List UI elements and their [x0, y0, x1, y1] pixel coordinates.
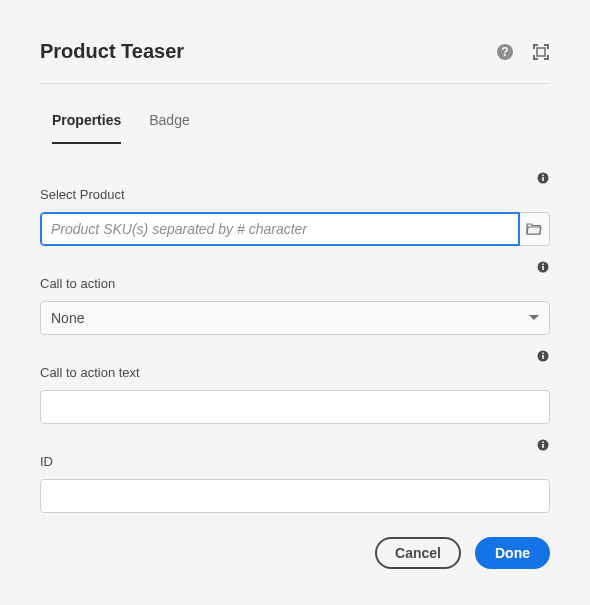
dialog-title: Product Teaser: [40, 40, 184, 63]
header-actions: ?: [496, 43, 550, 61]
help-icon: ?: [496, 43, 514, 61]
select-product-input[interactable]: [40, 212, 520, 246]
info-icon[interactable]: [536, 438, 550, 452]
dialog-header: Product Teaser ?: [40, 40, 550, 84]
folder-open-icon: [526, 222, 542, 236]
dialog-footer: Cancel Done: [40, 517, 550, 575]
tab-bar: Properties Badge: [40, 102, 550, 145]
help-button[interactable]: ?: [496, 43, 514, 61]
fullscreen-icon: [532, 43, 550, 61]
tab-properties[interactable]: Properties: [52, 102, 121, 144]
svg-rect-2: [537, 48, 545, 56]
cancel-button[interactable]: Cancel: [375, 537, 461, 569]
svg-rect-8: [542, 264, 544, 266]
info-icon[interactable]: [536, 171, 550, 185]
properties-form: Select Product Call to action None: [40, 145, 550, 517]
info-icon[interactable]: [536, 349, 550, 363]
field-call-to-action: Call to action None: [40, 260, 550, 335]
svg-rect-13: [542, 444, 544, 448]
svg-rect-10: [542, 355, 544, 359]
id-label: ID: [40, 454, 550, 469]
field-select-product: Select Product: [40, 171, 550, 246]
select-product-label: Select Product: [40, 187, 550, 202]
call-to-action-text-label: Call to action text: [40, 365, 550, 380]
call-to-action-label: Call to action: [40, 276, 550, 291]
call-to-action-value: None: [51, 310, 84, 326]
field-call-to-action-text: Call to action text: [40, 349, 550, 424]
browse-product-button[interactable]: [520, 212, 550, 246]
chevron-down-icon: [529, 315, 539, 321]
info-icon[interactable]: [536, 260, 550, 274]
call-to-action-text-input[interactable]: [40, 390, 550, 424]
call-to-action-select[interactable]: None: [40, 301, 550, 335]
svg-rect-4: [542, 177, 544, 181]
fullscreen-button[interactable]: [532, 43, 550, 61]
svg-text:?: ?: [501, 45, 508, 59]
svg-rect-7: [542, 266, 544, 270]
svg-rect-5: [542, 175, 544, 177]
svg-rect-14: [542, 442, 544, 444]
svg-rect-11: [542, 353, 544, 355]
id-input[interactable]: [40, 479, 550, 513]
field-id: ID: [40, 438, 550, 513]
tab-badge[interactable]: Badge: [149, 102, 189, 144]
product-teaser-dialog: Product Teaser ? Properties Badge Select…: [10, 10, 580, 595]
done-button[interactable]: Done: [475, 537, 550, 569]
